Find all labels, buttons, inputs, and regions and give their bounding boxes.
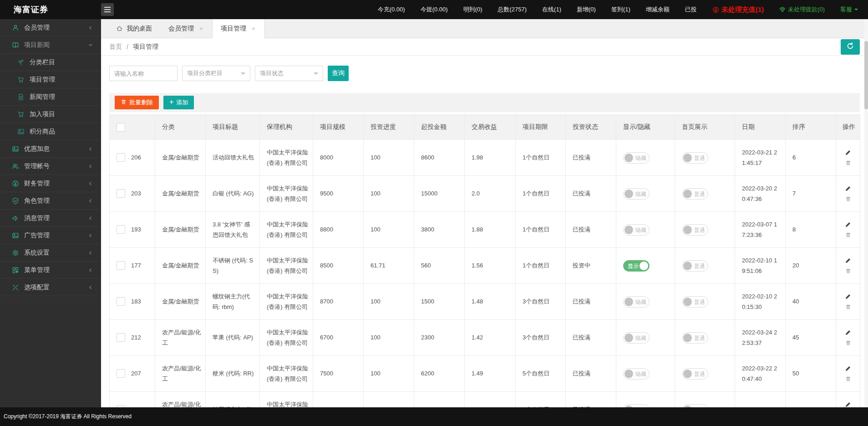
delete-icon[interactable] <box>845 304 851 310</box>
delete-icon[interactable] <box>845 376 851 382</box>
visibility-toggle[interactable]: 隐藏 <box>623 404 650 407</box>
refresh-button[interactable] <box>841 39 860 55</box>
sidebar-item-message-management[interactable]: 消息管理 <box>0 210 101 227</box>
sidebar-item-ad-management[interactable]: 广告管理 <box>0 227 101 244</box>
homepage-toggle[interactable]: 普通 <box>682 224 708 236</box>
sidebar-item-project-management[interactable]: 项目管理 <box>0 71 101 88</box>
homepage-toggle[interactable]: 普通 <box>682 332 708 344</box>
home-icon <box>116 25 123 32</box>
edit-icon[interactable] <box>845 293 851 300</box>
edit-icon[interactable] <box>845 221 851 228</box>
delete-icon[interactable] <box>845 232 851 238</box>
row-checkbox[interactable] <box>117 297 125 306</box>
homepage-toggle[interactable]: 普通 <box>682 188 708 200</box>
cell-project-scale: 9500 <box>313 176 364 212</box>
visibility-toggle[interactable]: 隐藏 <box>623 152 650 164</box>
topbar-stat[interactable]: 今充(0.00) <box>378 5 405 14</box>
visibility-toggle[interactable]: 隐藏 <box>623 188 650 200</box>
project-status-select[interactable]: 项目状态 <box>255 66 323 81</box>
scrollbar-thumb[interactable] <box>864 41 868 109</box>
sidebar-item-news-management[interactable]: 新闻管理 <box>0 88 101 106</box>
table-column-header: 项目期限 <box>516 115 566 140</box>
cell-visibility: 显示 <box>616 248 675 284</box>
visibility-toggle[interactable]: 隐藏 <box>623 332 650 344</box>
sidebar-item-finance-management[interactable]: 财务管理 <box>0 175 101 192</box>
table-column-header: 投资进度 <box>364 115 414 140</box>
sidebar-item-points-goods[interactable]: 积分商品 <box>0 123 101 140</box>
topbar-stat[interactable]: 明到(0) <box>463 5 482 14</box>
tab-my-desktop[interactable]: 我的桌面 <box>108 19 160 38</box>
delete-icon[interactable] <box>845 268 851 274</box>
topbar-stat[interactable]: 新增(0) <box>577 5 596 14</box>
tab-member-management[interactable]: 会员管理 <box>160 19 212 38</box>
cell-project-title: 螺纹钢主力(代码: rbm) <box>206 284 260 320</box>
edit-icon[interactable] <box>845 401 851 407</box>
add-button[interactable]: + 添加 <box>163 96 194 109</box>
sidebar-item-discount-interest[interactable]: 优惠加息 <box>0 140 101 158</box>
tree-icon <box>17 59 25 66</box>
cell-sort: 6 <box>786 140 836 176</box>
edit-icon[interactable] <box>845 329 851 336</box>
cell-agency: 中国太平洋保险 (香港) 有限公司 <box>260 248 313 284</box>
sidebar-item-admin-accounts[interactable]: 管理帐号 <box>0 158 101 175</box>
visibility-toggle[interactable]: 隐藏 <box>623 368 650 380</box>
search-button[interactable]: 查询 <box>328 66 349 81</box>
sidebar-item-join-project[interactable]: 加入项目 <box>0 106 101 123</box>
edit-icon[interactable] <box>845 185 851 192</box>
close-tab-icon[interactable] <box>251 26 256 31</box>
edit-icon[interactable] <box>845 257 851 264</box>
pending-recharge[interactable]: 未处理充值(1) <box>712 5 764 14</box>
tab-project-management[interactable]: 项目管理 <box>212 19 265 38</box>
name-search-input[interactable] <box>109 66 178 81</box>
topbar-stat[interactable]: 总数(2757) <box>498 5 527 14</box>
row-checkbox[interactable] <box>117 189 125 198</box>
delete-icon[interactable] <box>845 160 851 166</box>
sidebar-item-system-settings[interactable]: 系统设置 <box>0 244 101 262</box>
homepage-toggle[interactable]: 普通 <box>682 296 708 308</box>
customer-service-menu[interactable]: 客服 <box>840 5 858 14</box>
topbar-stat[interactable]: 已投 <box>685 5 697 14</box>
tab-label: 我的桌面 <box>127 25 152 33</box>
select-all-checkbox[interactable] <box>117 123 125 132</box>
row-checkbox[interactable] <box>117 369 125 378</box>
delete-icon[interactable] <box>845 196 851 202</box>
row-checkbox[interactable] <box>117 225 125 234</box>
visibility-toggle[interactable]: 隐藏 <box>623 296 650 308</box>
visibility-toggle[interactable]: 隐藏 <box>623 224 650 236</box>
row-checkbox[interactable] <box>117 333 125 342</box>
breadcrumb: 首页 / 项目管理 <box>109 43 158 51</box>
homepage-toggle[interactable]: 普通 <box>682 152 708 164</box>
topbar-stat[interactable]: 增减余额 <box>646 5 670 14</box>
edit-icon[interactable] <box>845 149 851 156</box>
pending-withdraw[interactable]: 未处理提款(0) <box>779 5 825 14</box>
tab-label: 会员管理 <box>168 25 194 33</box>
sidebar-item-menu-management[interactable]: 菜单管理 <box>0 262 101 279</box>
project-category-select[interactable]: 项目分类栏目 <box>182 66 250 81</box>
homepage-toggle[interactable]: 普通 <box>682 368 708 380</box>
sidebar-item-member-management[interactable]: 会员管理 <box>0 19 101 36</box>
visibility-toggle[interactable]: 显示 <box>623 260 650 272</box>
scrollbar[interactable] <box>864 19 868 407</box>
batch-delete-button[interactable]: 批量删除 <box>115 96 159 109</box>
sidebar-item-role-management[interactable]: 角色管理 <box>0 192 101 210</box>
cell-invest-progress: 100 <box>364 320 414 356</box>
sidebar-item-category-columns[interactable]: 分类栏目 <box>0 54 101 71</box>
close-tab-icon[interactable] <box>198 26 204 31</box>
topbar-stat[interactable]: 签到(1) <box>611 5 630 14</box>
topbar-stat[interactable]: 今提(0.00) <box>421 5 448 14</box>
cell-project-scale: 6700 <box>313 320 364 356</box>
sidebar: 会员管理项目新闻分类栏目项目管理新闻管理加入项目积分商品优惠加息管理帐号财务管理… <box>0 19 101 407</box>
sidebar-item-option-config[interactable]: 选项配置 <box>0 279 101 296</box>
sidebar-collapse-button[interactable] <box>101 3 114 16</box>
sidebar-item-project-news[interactable]: 项目新闻 <box>0 36 101 54</box>
pending-recharge-label: 未处理充值(1) <box>721 5 764 14</box>
row-checkbox[interactable] <box>117 153 125 162</box>
homepage-toggle[interactable]: 普通 <box>682 260 708 272</box>
breadcrumb-home-link[interactable]: 首页 <box>109 43 122 51</box>
homepage-toggle[interactable]: 普通 <box>682 404 708 407</box>
row-checkbox[interactable] <box>117 261 125 270</box>
edit-icon[interactable] <box>845 365 851 372</box>
topbar-stat[interactable]: 在线(1) <box>542 5 561 14</box>
sidebar-item-label: 积分商品 <box>30 128 55 136</box>
delete-icon[interactable] <box>845 340 851 346</box>
